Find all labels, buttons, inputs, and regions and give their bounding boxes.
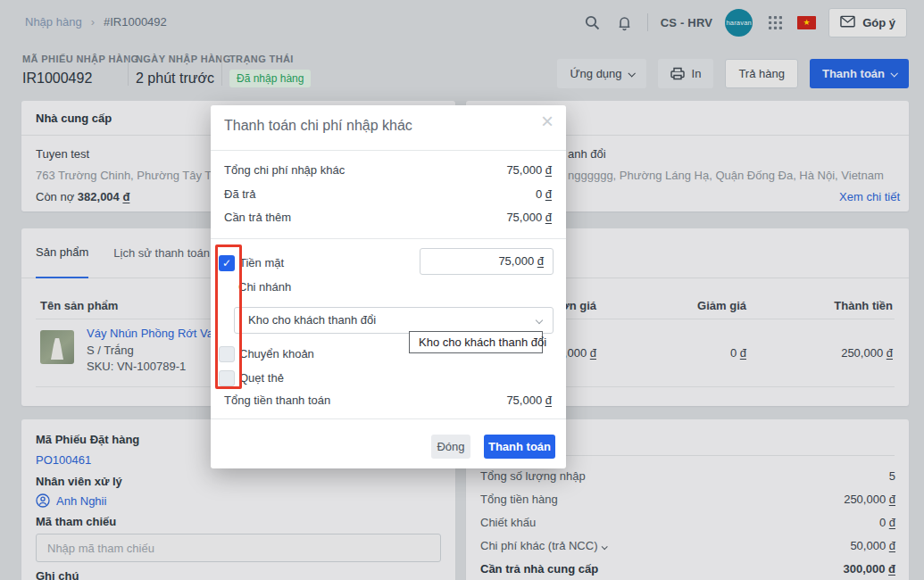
total-cost-label: Tổng chi phí nhập khác	[224, 162, 345, 178]
cash-label: Tiền mặt	[239, 255, 284, 271]
paid-label: Đã trả	[224, 186, 255, 203]
modal-divider	[211, 418, 566, 419]
branch-label: Chi nhánh	[238, 279, 291, 295]
payment-total-label: Tổng tiền thanh toán	[224, 393, 330, 409]
chevron-down-icon	[536, 317, 543, 324]
branch-select-value: Kho cho khách thanh đổi	[248, 313, 376, 327]
remaining-value: 75,000 đ	[506, 210, 552, 226]
transfer-label: Chuyển khoản	[239, 346, 314, 362]
modal-divider	[211, 150, 566, 151]
close-icon[interactable]	[541, 111, 554, 132]
remaining-label: Cần trả thêm	[224, 210, 291, 226]
paid-value: 0 đ	[536, 186, 552, 203]
modal-title: Thanh toán chi phí nhập khác	[224, 118, 412, 134]
branch-select[interactable]: Kho cho khách thanh đổi	[234, 307, 554, 334]
cash-amount-input[interactable]: 75,000 đ	[420, 248, 554, 275]
modal-pay-button[interactable]: Thanh toán	[484, 435, 555, 459]
branch-tooltip: Kho cho khách thanh đổi	[409, 331, 543, 353]
card-swipe-label: Quẹt thẻ	[239, 370, 284, 386]
purchase-receipt-page: Nhập hàng#IR1000492 CS - HRV haravan Góp…	[0, 0, 924, 580]
modal-close-button[interactable]: Đóng	[431, 435, 470, 459]
payment-total-value: 75,000 đ	[506, 393, 552, 409]
payment-modal: Thanh toán chi phí nhập khác Tổng chi ph…	[211, 105, 566, 468]
highlight-annotation-box	[215, 244, 242, 389]
modal-divider	[211, 238, 566, 239]
total-cost-value: 75,000 đ	[506, 162, 552, 178]
